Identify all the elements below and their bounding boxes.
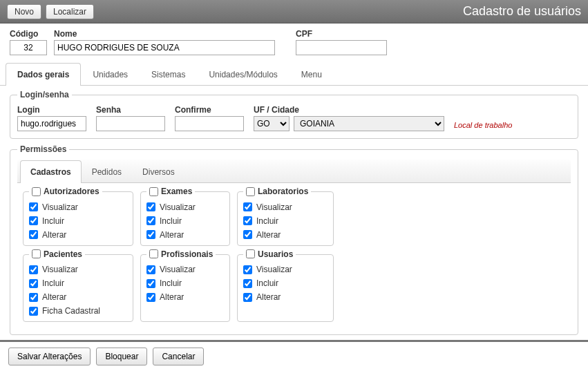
nome-field: Nome: [54, 29, 275, 55]
permissoes-body: AutorizadoresVisualizarIncluirAlterarExa…: [17, 183, 571, 327]
perm-group-checkbox-autorizadores[interactable]: [32, 187, 41, 196]
senha-input[interactable]: [96, 116, 165, 131]
tab-dados-gerais[interactable]: Dados gerais: [6, 63, 81, 86]
nome-input[interactable]: [54, 40, 275, 55]
tab-unidades-modulos[interactable]: Unidades/Módulos: [197, 63, 289, 86]
perm-checkbox[interactable]: [243, 202, 252, 211]
perm-group-label: Pacientes: [44, 249, 82, 259]
perm-checkbox[interactable]: [29, 293, 38, 302]
perm-checkbox[interactable]: [29, 307, 38, 316]
perm-label: Alterar: [42, 230, 66, 240]
perm-group-label: Usuarios: [258, 249, 293, 259]
novo-button[interactable]: Novo: [7, 4, 41, 19]
perm-checkbox[interactable]: [29, 202, 38, 211]
codigo-field: Código: [10, 29, 47, 55]
perm-label: Incluir: [42, 278, 64, 288]
login-input[interactable]: [17, 116, 86, 131]
perm-label: Alterar: [160, 230, 184, 240]
perm-option[interactable]: Incluir: [146, 278, 224, 288]
perm-label: Incluir: [42, 216, 64, 226]
perm-label: Incluir: [256, 278, 278, 288]
permissoes-legend: Permissões: [17, 144, 69, 154]
perm-group-profissionais: ProfissionaisVisualizarIncluirAlterar: [140, 254, 230, 323]
perm-option[interactable]: Incluir: [29, 216, 127, 226]
cpf-input[interactable]: [296, 40, 387, 55]
bloquear-button[interactable]: Bloquear: [96, 348, 147, 365]
tab-cadastros[interactable]: Cadastros: [20, 160, 82, 183]
topbar: Novo Localizar Cadastro de usuários: [0, 0, 588, 23]
perm-option[interactable]: Visualizar: [29, 202, 127, 212]
perm-checkbox[interactable]: [146, 202, 155, 211]
perm-option[interactable]: Visualizar: [146, 265, 224, 274]
cancelar-button[interactable]: Cancelar: [153, 348, 204, 365]
perm-group-checkbox-laboratorios[interactable]: [246, 187, 255, 196]
tab-menu[interactable]: Menu: [290, 63, 334, 86]
perm-option[interactable]: Incluir: [243, 278, 328, 288]
perm-checkbox[interactable]: [146, 293, 155, 302]
perm-checkbox[interactable]: [146, 265, 155, 274]
login-label: Login: [17, 105, 86, 115]
uf-select[interactable]: GO: [254, 116, 290, 131]
tab-sistemas[interactable]: Sistemas: [140, 63, 197, 86]
perm-checkbox[interactable]: [243, 230, 252, 239]
perm-group-pacientes: PacientesVisualizarIncluirAlterarFicha C…: [23, 254, 133, 323]
perm-group-autorizadores: AutorizadoresVisualizarIncluirAlterar: [23, 191, 133, 246]
perm-label: Alterar: [160, 292, 184, 302]
perm-group-checkbox-pacientes[interactable]: [32, 249, 41, 258]
perm-checkbox[interactable]: [146, 216, 155, 225]
perm-option[interactable]: Visualizar: [243, 202, 328, 212]
perm-checkbox[interactable]: [243, 265, 252, 274]
tab-pedidos[interactable]: Pedidos: [82, 160, 132, 183]
login-senha-legend: Login/senha: [17, 90, 72, 99]
perm-checkbox[interactable]: [243, 293, 252, 302]
perm-option[interactable]: Alterar: [146, 292, 224, 302]
perm-label: Visualizar: [256, 265, 292, 274]
perm-group-label: Laboratorios: [258, 187, 308, 196]
perm-option[interactable]: Incluir: [243, 216, 328, 226]
perm-option[interactable]: Alterar: [243, 292, 328, 302]
perm-checkbox[interactable]: [146, 279, 155, 288]
perm-label: Ficha Cadastral: [42, 306, 100, 316]
perm-option[interactable]: Alterar: [146, 230, 224, 240]
perm-group-checkbox-exames[interactable]: [149, 187, 158, 196]
perm-option[interactable]: Visualizar: [146, 202, 224, 212]
uf-cidade-label: UF / Cidade: [254, 105, 444, 115]
perm-option[interactable]: Visualizar: [29, 265, 127, 274]
perm-option[interactable]: Alterar: [29, 230, 127, 240]
perm-option[interactable]: Ficha Cadastral: [29, 306, 127, 316]
codigo-input[interactable]: [10, 40, 47, 55]
main-tabs: Dados gerais Unidades Sistemas Unidades/…: [0, 62, 588, 86]
perm-checkbox[interactable]: [29, 279, 38, 288]
perm-label: Visualizar: [256, 202, 292, 212]
local-trabalho-hint: Local de trabalho: [454, 121, 512, 131]
perm-checkbox[interactable]: [243, 216, 252, 225]
perm-label: Alterar: [256, 230, 281, 240]
perm-option[interactable]: Visualizar: [243, 265, 328, 274]
perm-checkbox[interactable]: [146, 230, 155, 239]
localizar-button[interactable]: Localizar: [46, 4, 94, 19]
perm-option[interactable]: Incluir: [29, 278, 127, 288]
perm-checkbox[interactable]: [29, 230, 38, 239]
perm-group-laboratorios: LaboratoriosVisualizarIncluirAlterar: [237, 191, 334, 246]
login-senha-fieldset: Login/senha Login Senha Confirme UF / Ci…: [10, 90, 578, 139]
perm-option[interactable]: Incluir: [146, 216, 224, 226]
perm-option[interactable]: Alterar: [243, 230, 328, 240]
confirme-input[interactable]: [175, 116, 244, 131]
tab-unidades[interactable]: Unidades: [81, 63, 140, 86]
login-field: Login: [17, 105, 86, 131]
cidade-select[interactable]: GOIANIA: [294, 116, 444, 131]
perm-checkbox[interactable]: [29, 265, 38, 274]
perm-checkbox[interactable]: [29, 216, 38, 225]
perm-group-label: Autorizadores: [44, 187, 99, 196]
cpf-label: CPF: [296, 29, 387, 39]
perm-label: Alterar: [42, 292, 66, 302]
uf-cidade-field: UF / Cidade GO GOIANIA: [254, 105, 444, 131]
perm-label: Incluir: [160, 216, 182, 226]
perm-checkbox[interactable]: [243, 279, 252, 288]
perm-group-checkbox-profissionais[interactable]: [149, 249, 158, 258]
perm-group-checkbox-usuarios[interactable]: [246, 249, 255, 258]
salvar-button[interactable]: Salvar Alterações: [8, 348, 91, 365]
perm-option[interactable]: Alterar: [29, 292, 127, 302]
tab-diversos[interactable]: Diversos: [132, 160, 185, 183]
senha-field: Senha: [96, 105, 165, 131]
